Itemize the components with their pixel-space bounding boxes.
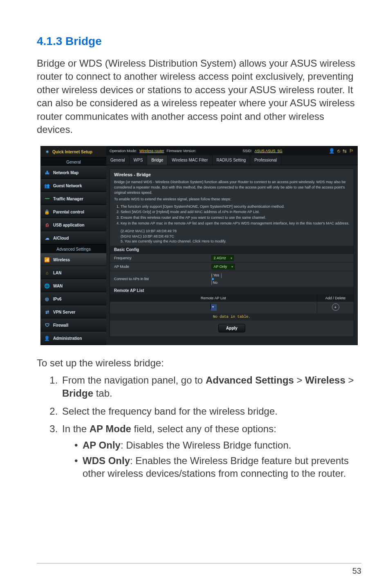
sidebar-item-wireless[interactable]: 📶Wireless xyxy=(41,253,106,266)
footer-divider xyxy=(37,563,361,563)
general-section-label: General xyxy=(41,157,106,166)
apply-button[interactable]: Apply xyxy=(218,324,245,332)
tab-wps[interactable]: WPS xyxy=(130,155,148,165)
topbar: Operation Mode: Wireless router Firmware… xyxy=(106,146,357,155)
sidebar-item-firewall[interactable]: 🛡Firewall xyxy=(41,319,106,332)
ipv6-icon: ◎ xyxy=(44,296,50,302)
no-data-label: No data in table. xyxy=(110,313,354,321)
sidebar-item-label: AiCloud xyxy=(53,236,69,240)
remote-head-col2: Add / Delete xyxy=(317,294,354,302)
sidebar-item-network-map[interactable]: 🖧Network Map xyxy=(41,166,106,179)
connect-label: Connect to APs in list xyxy=(110,271,207,287)
remote-head-col1: Remote AP List xyxy=(110,294,317,302)
remote-ap-header: Remote AP List Add / Delete xyxy=(110,294,354,302)
sidebar-item-label: Guest Network xyxy=(53,184,82,188)
sidebar-item-lan[interactable]: ⌂LAN xyxy=(41,266,106,279)
sub-ap-only: AP Only: Disables the Wireless Bridge fu… xyxy=(74,439,361,452)
page-number: 53 xyxy=(352,566,361,576)
fw-label: Firmware Version: xyxy=(167,149,197,153)
mac-dropdown[interactable] xyxy=(211,304,217,311)
wifi-icon: 📶 xyxy=(44,257,50,263)
step-4: Key in the remote AP mac in the remote A… xyxy=(121,221,350,226)
sidebar-item-ipv6[interactable]: ◎IPv6 xyxy=(41,292,106,305)
instruction-3: In the AP Mode field, select any of thes… xyxy=(61,422,361,480)
sidebar-item-label: Administration xyxy=(53,336,82,341)
op-mode-value[interactable]: Wireless router xyxy=(139,149,164,153)
sidebar-item-aicloud[interactable]: ☁AiCloud xyxy=(41,231,106,245)
tab-radius[interactable]: RADIUS Setting xyxy=(213,155,251,165)
sidebar-item-label: VPN Server xyxy=(53,310,75,314)
instructions-lead: To set up the wireless bridge: xyxy=(37,357,361,369)
step-1: The function only support [Open System/N… xyxy=(121,204,350,209)
sidebar-item-label: Firewall xyxy=(53,323,68,328)
sidebar-item-label: Wireless xyxy=(53,258,70,262)
sidebar-item-wan[interactable]: 🌐WAN xyxy=(41,279,106,292)
lang-icon[interactable]: 🏳 xyxy=(349,148,354,154)
step-2: Select [WDS Only] or [Hybrid] mode and a… xyxy=(121,209,350,215)
panel-desc-1: Bridge (or named WDS - Wireless Distribu… xyxy=(110,179,354,196)
ssid-label: SSID: xyxy=(242,149,252,153)
basic-config-bar: Basic Config xyxy=(110,246,354,254)
sub-wds-only: WDS Only: Enables the Wireless Bridge fe… xyxy=(74,454,361,480)
quick-internet-setup[interactable]: ✶ Quick Internet Setup xyxy=(41,146,106,157)
lock-icon: 🔒 xyxy=(44,209,50,215)
no-label: No xyxy=(213,281,217,285)
sidebar-item-traffic-manager[interactable]: 〰Traffic Manager xyxy=(41,192,106,205)
usb-icon: ⎙ xyxy=(44,222,50,228)
admin-icon: 👤 xyxy=(44,335,50,341)
sidebar-item-label: LAN xyxy=(53,271,62,275)
step-5: 5. You are currently using the Auto chan… xyxy=(121,239,350,244)
sidebar-item-usb-application[interactable]: ⎙USB application xyxy=(41,218,106,231)
mac-24ghz: (2.4GHz MAC) 10:BF:48:D8:49:78 xyxy=(121,229,350,234)
instructions-list: From the navigation panel, go to Advance… xyxy=(37,374,361,480)
sidebar-item-parental-control[interactable]: 🔒Parental control xyxy=(41,205,106,218)
sidebar: ✶ Quick Internet Setup General 🖧Network … xyxy=(41,146,106,345)
instruction-3-sublist: AP Only: Disables the Wireless Bridge fu… xyxy=(62,439,361,480)
op-mode-label: Operation Mode: xyxy=(110,149,137,153)
frequency-select[interactable]: 2.4GHz xyxy=(211,255,234,261)
bridge-panel: Wireless - Bridge Bridge (or named WDS -… xyxy=(110,168,354,337)
ssid-value[interactable]: ASUS ASUS_5G xyxy=(255,149,282,153)
panel-steps: The function only support [Open System/N… xyxy=(110,203,354,227)
frequency-label: Frequency xyxy=(110,254,207,262)
step-3: Ensure that this wireless router and the… xyxy=(121,215,350,220)
panel-title: Wireless - Bridge xyxy=(110,169,354,179)
sidebar-item-label: USB application xyxy=(53,223,85,227)
sidebar-item-label: WAN xyxy=(53,284,63,288)
logout-icon[interactable]: ⎋ xyxy=(337,148,340,154)
advanced-section-label: Advanced Settings xyxy=(41,245,106,253)
sidebar-item-vpn-server[interactable]: ⇄VPN Server xyxy=(41,305,106,319)
radio-yes[interactable] xyxy=(211,273,212,278)
main-panel: Operation Mode: Wireless router Firmware… xyxy=(106,146,357,345)
remote-ap-row: + xyxy=(110,302,354,313)
cloud-icon: ☁ xyxy=(44,235,50,241)
sidebar-item-guest-network[interactable]: 👥Guest Network xyxy=(41,179,106,192)
remote-ap-bar: Remote AP List xyxy=(110,287,354,294)
config-table: Frequency 2.4GHz AP Mode AP Only Connect… xyxy=(110,254,354,287)
yes-label: Yes xyxy=(213,273,219,277)
vpn-icon: ⇄ xyxy=(44,309,50,315)
sidebar-item-label: Parental control xyxy=(53,210,84,214)
apmode-label: AP Mode xyxy=(110,262,207,271)
tab-general[interactable]: General xyxy=(106,155,130,165)
home-icon: ⌂ xyxy=(44,270,50,276)
radio-no[interactable] xyxy=(211,273,350,285)
shield-icon: 🛡 xyxy=(44,322,50,328)
intro-paragraph: Bridge or WDS (Wireless Distribution Sys… xyxy=(37,57,361,136)
add-button[interactable]: + xyxy=(332,303,339,311)
instruction-1: From the navigation panel, go to Advance… xyxy=(61,374,361,399)
sidebar-item-label: Traffic Manager xyxy=(53,197,83,201)
network-icon: 🖧 xyxy=(44,170,50,175)
instruction-2: Select the frequency band for the wirele… xyxy=(61,405,361,418)
here-link[interactable]: Here xyxy=(202,239,210,243)
user-icon[interactable]: 👤 xyxy=(329,148,335,154)
tab-mac-filter[interactable]: Wireless MAC Filter xyxy=(168,155,212,165)
panel-desc-2: To enable WDS to extend the wireless sig… xyxy=(110,196,354,203)
sidebar-item-administration[interactable]: 👤Administration xyxy=(41,332,106,345)
apmode-select[interactable]: AP Only xyxy=(211,264,235,269)
tabs: General WPS Bridge Wireless MAC Filter R… xyxy=(106,155,357,165)
tab-bridge[interactable]: Bridge xyxy=(147,155,168,165)
tab-professional[interactable]: Professional xyxy=(250,155,281,165)
connect-icon[interactable]: ⇆ xyxy=(343,148,347,154)
quick-label: Quick Internet Setup xyxy=(52,150,92,154)
